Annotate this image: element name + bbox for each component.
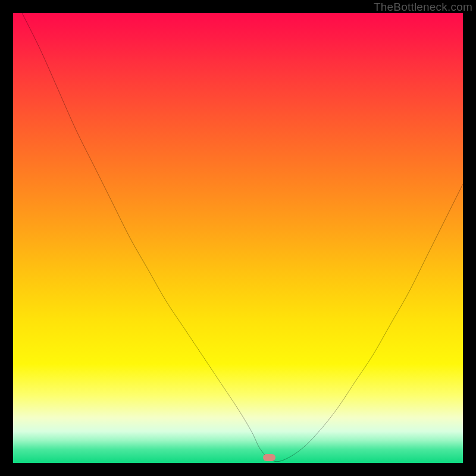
bottleneck-curve — [13, 13, 463, 463]
chart-frame — [0, 0, 476, 476]
plot-area — [13, 13, 463, 463]
optimal-point-marker — [263, 454, 275, 461]
watermark-text: TheBottleneck.com — [374, 1, 472, 14]
